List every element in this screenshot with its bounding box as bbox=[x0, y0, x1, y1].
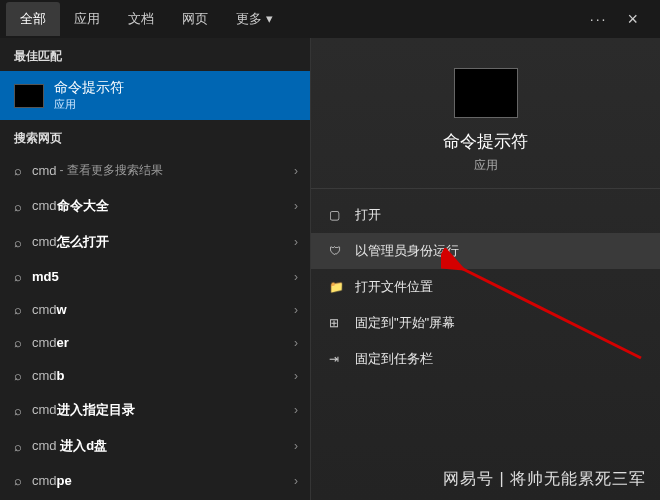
best-match-header: 最佳匹配 bbox=[0, 38, 310, 71]
preview-subtitle: 应用 bbox=[321, 157, 650, 174]
action-label: 打开 bbox=[355, 206, 381, 224]
chevron-right-icon: › bbox=[294, 164, 298, 178]
search-item-text: cmder bbox=[32, 335, 69, 350]
web-search-item[interactable]: ⌕cmdw› bbox=[0, 293, 310, 326]
chevron-right-icon: › bbox=[294, 336, 298, 350]
search-item-text: md5 bbox=[32, 269, 59, 284]
chevron-right-icon: › bbox=[294, 474, 298, 488]
action-label: 固定到任务栏 bbox=[355, 350, 433, 368]
web-search-item[interactable]: ⌕cmdpe› bbox=[0, 464, 310, 497]
chevron-right-icon: › bbox=[294, 270, 298, 284]
action-label: 以管理员身份运行 bbox=[355, 242, 459, 260]
search-icon: ⌕ bbox=[14, 368, 22, 383]
chevron-right-icon: › bbox=[294, 439, 298, 453]
pin-start-icon: ⊞ bbox=[329, 316, 345, 330]
web-search-item[interactable]: ⌕cmd进入指定目录› bbox=[0, 392, 310, 428]
best-match-title: 命令提示符 bbox=[54, 79, 124, 97]
chevron-right-icon: › bbox=[294, 199, 298, 213]
search-icon: ⌕ bbox=[14, 199, 22, 214]
search-item-text: cmd怎么打开 bbox=[32, 233, 109, 251]
chevron-right-icon: › bbox=[294, 235, 298, 249]
chevron-right-icon: › bbox=[294, 369, 298, 383]
action-admin[interactable]: 🛡以管理员身份运行 bbox=[311, 233, 660, 269]
cmd-icon bbox=[14, 84, 44, 108]
search-item-text: cmd进入指定目录 bbox=[32, 401, 135, 419]
search-item-text: cmdpe bbox=[32, 473, 72, 488]
more-options-icon[interactable]: ··· bbox=[590, 11, 608, 27]
admin-icon: 🛡 bbox=[329, 244, 345, 258]
search-icon: ⌕ bbox=[14, 403, 22, 418]
top-tab-bar: 全部应用文档网页更多 ▾ ··· × bbox=[0, 0, 660, 38]
pin-taskbar-icon: ⇥ bbox=[329, 352, 345, 366]
folder-icon: 📁 bbox=[329, 280, 345, 294]
tab-0[interactable]: 全部 bbox=[6, 2, 60, 36]
watermark-text: 网易号 | 将帅无能累死三军 bbox=[443, 469, 646, 490]
action-list: ▢打开🛡以管理员身份运行📁打开文件位置⊞固定到"开始"屏幕⇥固定到任务栏 bbox=[311, 189, 660, 377]
open-icon: ▢ bbox=[329, 208, 345, 222]
action-pin-taskbar[interactable]: ⇥固定到任务栏 bbox=[311, 341, 660, 377]
search-icon: ⌕ bbox=[14, 335, 22, 350]
tab-2[interactable]: 文档 bbox=[114, 2, 168, 36]
search-item-text: cmd bbox=[32, 163, 57, 178]
search-item-text: cmd命令大全 bbox=[32, 197, 109, 215]
web-search-item[interactable]: ⌕cmd - 查看更多搜索结果› bbox=[0, 153, 310, 188]
search-web-header: 搜索网页 bbox=[0, 120, 310, 153]
preview-title: 命令提示符 bbox=[321, 130, 650, 153]
action-pin-start[interactable]: ⊞固定到"开始"屏幕 bbox=[311, 305, 660, 341]
search-item-text: cmdb bbox=[32, 368, 65, 383]
search-icon: ⌕ bbox=[14, 235, 22, 250]
chevron-right-icon: › bbox=[294, 403, 298, 417]
results-list: 最佳匹配 命令提示符 应用 搜索网页 ⌕cmd - 查看更多搜索结果›⌕cmd命… bbox=[0, 38, 310, 500]
action-folder[interactable]: 📁打开文件位置 bbox=[311, 269, 660, 305]
search-item-text: cmdw bbox=[32, 302, 67, 317]
web-search-item[interactable]: ⌕cmd 进入d盘› bbox=[0, 428, 310, 464]
web-search-item[interactable]: ⌕cmdb› bbox=[0, 359, 310, 392]
best-match-item[interactable]: 命令提示符 应用 bbox=[0, 71, 310, 120]
search-icon: ⌕ bbox=[14, 302, 22, 317]
close-icon[interactable]: × bbox=[619, 5, 646, 34]
web-search-item[interactable]: ⌕md5› bbox=[0, 260, 310, 293]
cmd-icon-large bbox=[454, 68, 518, 118]
search-icon: ⌕ bbox=[14, 439, 22, 454]
web-search-item[interactable]: ⌕cmd命令大全› bbox=[0, 188, 310, 224]
action-label: 固定到"开始"屏幕 bbox=[355, 314, 455, 332]
preview-pane: 命令提示符 应用 ▢打开🛡以管理员身份运行📁打开文件位置⊞固定到"开始"屏幕⇥固… bbox=[310, 38, 660, 500]
tab-4[interactable]: 更多 ▾ bbox=[222, 2, 287, 36]
search-item-extra: - 查看更多搜索结果 bbox=[60, 162, 163, 179]
action-label: 打开文件位置 bbox=[355, 278, 433, 296]
search-icon: ⌕ bbox=[14, 269, 22, 284]
search-icon: ⌕ bbox=[14, 473, 22, 488]
tab-1[interactable]: 应用 bbox=[60, 2, 114, 36]
search-item-text: cmd 进入d盘 bbox=[32, 437, 107, 455]
chevron-right-icon: › bbox=[294, 303, 298, 317]
search-icon: ⌕ bbox=[14, 163, 22, 178]
tab-3[interactable]: 网页 bbox=[168, 2, 222, 36]
best-match-subtitle: 应用 bbox=[54, 97, 124, 112]
web-search-item[interactable]: ⌕cmder› bbox=[0, 326, 310, 359]
web-search-item[interactable]: ⌕cmd怎么打开› bbox=[0, 224, 310, 260]
action-open[interactable]: ▢打开 bbox=[311, 197, 660, 233]
